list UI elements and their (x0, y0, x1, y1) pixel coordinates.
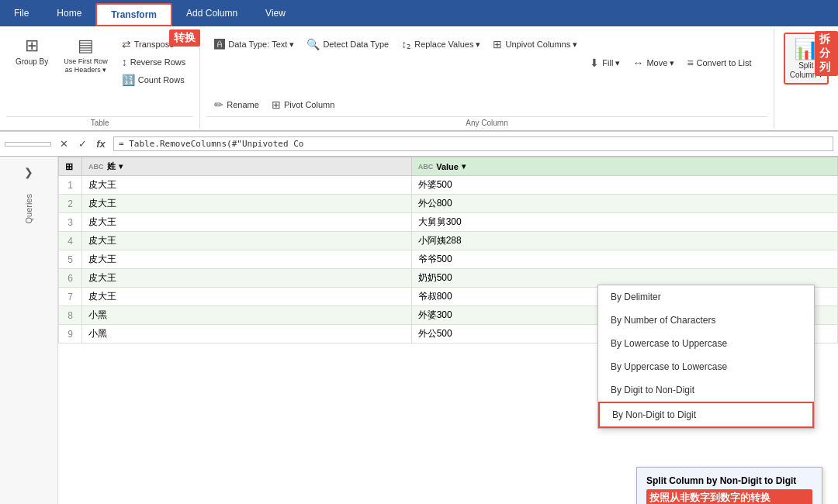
unpivot-icon: ⊞ (493, 38, 502, 50)
rename-button[interactable]: ✏ Rename (210, 96, 264, 113)
row-col2: 外婆500 (411, 176, 837, 195)
dropdown-item[interactable]: By Non-Digit to Digit (598, 402, 814, 428)
tooltip-box: Split Column by Non-Digit to Digit 按照从非数… (636, 467, 822, 504)
row-col2: 大舅舅300 (411, 213, 837, 232)
name-box[interactable] (5, 142, 51, 147)
tooltip-cn: 按照从非数字到数字的转换 (646, 489, 812, 504)
row-col1: 皮大王 (82, 269, 412, 288)
tab-file[interactable]: File (0, 3, 43, 26)
any-column-group-label: Any Column (206, 116, 767, 129)
reverse-rows-label: Reverse Rows (130, 57, 186, 67)
split-column-dropdown: By DelimiterBy Number of CharactersBy Lo… (597, 285, 815, 429)
col-header-value[interactable]: ABC Value ▾ (411, 157, 837, 176)
pivot-label: Pivot Column (284, 100, 334, 109)
pivot-icon: ⊞ (272, 98, 281, 111)
detect-label: Detect Data Type (323, 40, 389, 49)
row-index: 8 (59, 306, 82, 325)
group-by-label: Group By (16, 57, 48, 67)
row-col2: 外公800 (411, 195, 837, 213)
row-index: 9 (59, 325, 82, 343)
rename-icon: ✏ (214, 98, 223, 111)
row-col1: 皮大王 (82, 195, 412, 213)
queries-panel: ❯ Queries (0, 157, 58, 504)
row-index: 2 (59, 195, 82, 213)
convert-to-list-button[interactable]: ≡ Convert to List (682, 54, 756, 71)
formula-input[interactable] (113, 136, 833, 151)
col-header-name[interactable]: ABC 姓 ▾ (82, 157, 412, 176)
row-index: 6 (59, 269, 82, 288)
replace-values-button[interactable]: ↕₂ Replace Values ▾ (396, 36, 485, 53)
row-index: 3 (59, 213, 82, 232)
move-button[interactable]: ↔ Move ▾ (628, 54, 679, 71)
move-label: Move ▾ (646, 58, 674, 68)
row-col1: 皮大王 (82, 213, 412, 232)
col-type-name: ABC (88, 163, 104, 171)
dropdown-item[interactable]: By Uppercase to Lowercase (598, 355, 814, 378)
row-index: 4 (59, 232, 82, 250)
group-by-icon: ⊞ (25, 36, 39, 56)
tab-view[interactable]: View (251, 3, 300, 26)
reverse-rows-button[interactable]: ↕ Reverse Rows (117, 54, 191, 71)
detect-data-type-button[interactable]: 🔍 Detect Data Type (302, 36, 393, 53)
col-name-label: 姓 (107, 161, 116, 172)
move-icon: ↔ (632, 57, 643, 69)
count-rows-label: Count Rows (138, 75, 185, 85)
data-type-button[interactable]: 🅰 Data Type: Text ▾ (210, 36, 299, 53)
rename-label: Rename (227, 100, 259, 109)
table-row: 1 皮大王 外婆500 (59, 176, 838, 195)
transform-cn-annotation: 转换 (169, 29, 200, 47)
tooltip-title: Split Column by Non-Digit to Digit (646, 475, 812, 486)
row-col1: 皮大王 (82, 288, 412, 306)
row-col1: 皮大王 (82, 250, 412, 269)
dropdown-item[interactable]: By Number of Characters (598, 309, 814, 332)
use-first-row-button[interactable]: ▤ Use First Rowas Headers ▾ (57, 33, 114, 78)
dropdown-item[interactable]: By Lowercase to Uppercase (598, 332, 814, 355)
replace-label: Replace Values ▾ (414, 40, 480, 50)
collapse-arrow[interactable]: ❯ (24, 166, 33, 178)
table-row: 2 皮大王 外公800 (59, 195, 838, 213)
detect-icon: 🔍 (306, 38, 320, 50)
row-col1: 皮大王 (82, 176, 412, 195)
table-row: 3 皮大王 大舅舅300 (59, 213, 838, 232)
formula-bar: ✕ ✓ fx (0, 132, 838, 157)
formula-cancel[interactable]: ✕ (56, 136, 71, 152)
data-type-icon: 🅰 (214, 38, 225, 50)
count-rows-icon: 🔢 (122, 74, 135, 86)
row-col2: 小阿姨288 (411, 232, 837, 250)
convert-label: Convert to List (697, 58, 752, 67)
formula-fx[interactable]: fx (93, 136, 109, 152)
table-row: 4 皮大王 小阿姨288 (59, 232, 838, 250)
row-col2: 爷爷500 (411, 250, 837, 269)
row-col1: 小黑 (82, 306, 412, 325)
use-first-row-icon: ▤ (78, 36, 94, 56)
tab-transform[interactable]: Transform (95, 3, 172, 26)
any-column-group: 🅰 Data Type: Text ▾ 🔍 Detect Data Type ↕… (200, 29, 774, 129)
replace-icon: ↕₂ (401, 38, 411, 50)
table-row: 5 皮大王 爷爷500 (59, 250, 838, 269)
col-type-value: ABC (418, 163, 434, 171)
row-index: 7 (59, 288, 82, 306)
transpose-label: Transpose (134, 40, 175, 49)
fill-button[interactable]: ⬇ Fill ▾ (585, 54, 625, 71)
transpose-icon: ⇄ (122, 38, 131, 50)
unpivot-label: Unpivot Columns ▾ (505, 40, 577, 50)
count-rows-button[interactable]: 🔢 Count Rows (117, 71, 191, 88)
reverse-rows-icon: ↕ (122, 56, 127, 68)
split-cn-annotation: 拆分列 (815, 31, 838, 76)
row-index: 5 (59, 250, 82, 269)
col-value-label: Value (436, 162, 459, 171)
table-corner: ⊞ (59, 157, 82, 176)
row-col1: 小黑 (82, 325, 412, 343)
dropdown-item[interactable]: By Delimiter (598, 285, 814, 309)
unpivot-button[interactable]: ⊞ Unpivot Columns ▾ (488, 36, 582, 53)
tab-home[interactable]: Home (43, 3, 95, 26)
fill-icon: ⬇ (590, 57, 599, 69)
dropdown-item[interactable]: By Digit to Non-Digit (598, 378, 814, 402)
tab-add-column[interactable]: Add Column (172, 3, 251, 26)
formula-confirm[interactable]: ✓ (74, 136, 90, 152)
table-group-label: Table (6, 116, 193, 129)
col-name-dropdown[interactable]: ▾ (119, 162, 123, 171)
col-value-dropdown[interactable]: ▾ (462, 162, 466, 171)
pivot-column-button[interactable]: ⊞ Pivot Column (267, 96, 339, 113)
group-by-button[interactable]: ⊞ Group By (9, 33, 54, 70)
